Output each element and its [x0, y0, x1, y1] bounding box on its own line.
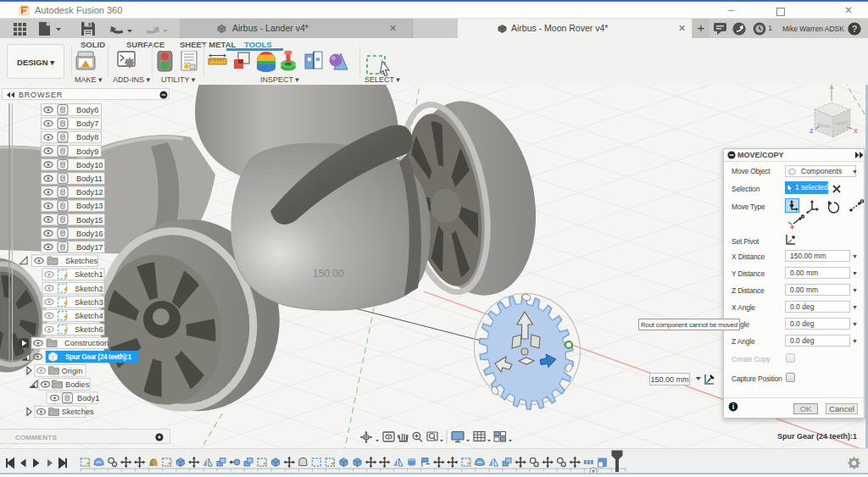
svg-text:Body10: Body10: [76, 161, 103, 169]
svg-text:Sketches: Sketches: [62, 408, 95, 416]
svg-text:Z: Z: [810, 127, 814, 135]
svg-text:Sketch6: Sketch6: [75, 325, 103, 334]
svg-text:Body17: Body17: [76, 243, 103, 252]
svg-text:Sketches: Sketches: [65, 257, 98, 265]
svg-text:Sketch3: Sketch3: [75, 298, 103, 307]
svg-text:Body12: Body12: [76, 188, 103, 197]
svg-text:X: X: [854, 127, 858, 135]
svg-text:Bodies: Bodies: [65, 380, 90, 389]
svg-text:Body8: Body8: [76, 133, 98, 141]
svg-text:Body16: Body16: [76, 230, 103, 238]
svg-text:Origin: Origin: [62, 367, 83, 375]
svg-text:Body15: Body15: [76, 216, 103, 225]
svg-text:Body9: Body9: [76, 147, 98, 156]
svg-text:Body6: Body6: [76, 106, 98, 114]
svg-text:Spur Gear (24 teeth):1: Spur Gear (24 teeth):1: [65, 353, 132, 361]
svg-text:Construction: Construction: [64, 339, 108, 347]
svg-text:Body11: Body11: [76, 175, 103, 183]
svg-text:Body13: Body13: [76, 202, 103, 210]
svg-text:?: ?: [852, 24, 858, 34]
svg-text:i: i: [732, 402, 735, 411]
svg-text:Sketch4: Sketch4: [75, 312, 103, 320]
svg-text:Sketch2: Sketch2: [75, 285, 103, 293]
svg-text:Body1: Body1: [77, 394, 99, 402]
svg-text:150.00: 150.00: [313, 268, 344, 280]
svg-text:Body7: Body7: [76, 119, 98, 128]
svg-text:Sketch1: Sketch1: [75, 270, 103, 279]
